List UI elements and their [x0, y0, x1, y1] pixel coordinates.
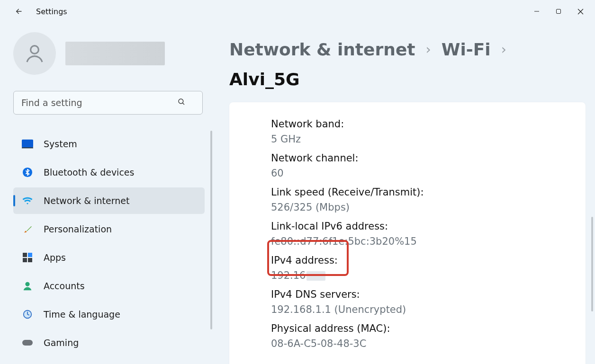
- maximize-button[interactable]: [548, 4, 569, 19]
- chevron-right-icon: ›: [501, 42, 506, 57]
- row-network-band: Network band: 5 GHz: [271, 118, 586, 145]
- breadcrumb: Network & internet › Wi-Fi › Alvi_5G: [229, 40, 586, 89]
- gamepad-icon: [22, 337, 33, 348]
- svg-rect-13: [28, 258, 32, 262]
- svg-rect-11: [28, 253, 32, 257]
- app-title: Settings: [36, 7, 67, 16]
- ipv4-redacted-tail: [307, 271, 325, 281]
- row-ipv6-link-local: Link-local IPv6 address: fe80::d77:6f1e:…: [271, 221, 586, 247]
- sidebar-item-network[interactable]: Network & internet: [13, 187, 205, 214]
- svg-rect-12: [23, 258, 27, 262]
- svg-rect-8: [22, 147, 33, 148]
- value: fe80::d77:6f1e:5bc:3b20%15: [271, 236, 586, 247]
- label: IPv4 DNS servers:: [271, 289, 586, 300]
- sidebar-item-label: Gaming: [44, 337, 79, 348]
- svg-point-14: [25, 282, 29, 286]
- details-panel: Network band: 5 GHz Network channel: 60 …: [229, 102, 586, 364]
- sidebar-item-apps[interactable]: Apps: [13, 244, 205, 271]
- title-bar: Settings: [0, 0, 595, 23]
- sidebar-item-label: Personalization: [44, 224, 112, 234]
- account-name-redacted: [65, 42, 165, 65]
- value: 192.168.1.1 (Unencrypted): [271, 304, 586, 315]
- label: IPv4 address:: [271, 255, 586, 266]
- content-area: Network & internet › Wi-Fi › Alvi_5G Net…: [208, 23, 595, 364]
- sidebar: System Bluetooth & devices Network & int…: [0, 23, 208, 364]
- sidebar-item-personalization[interactable]: Personalization: [13, 216, 205, 242]
- svg-rect-7: [22, 140, 33, 148]
- breadcrumb-seg-wifi[interactable]: Wi-Fi: [442, 40, 491, 59]
- svg-rect-1: [557, 9, 561, 14]
- arrow-left-icon: [13, 7, 23, 16]
- bluetooth-icon: [22, 167, 33, 178]
- back-button[interactable]: [13, 7, 23, 16]
- label: Network band:: [271, 118, 586, 130]
- value: 60: [271, 168, 586, 179]
- label: Physical address (MAC):: [271, 323, 586, 334]
- person-icon: [23, 42, 46, 65]
- sidebar-item-gaming[interactable]: Gaming: [13, 329, 205, 356]
- svg-point-4: [31, 46, 39, 54]
- label: Link-local IPv6 address:: [271, 221, 586, 232]
- sidebar-item-label: Bluetooth & devices: [44, 167, 134, 178]
- row-ipv4-dns: IPv4 DNS servers: 192.168.1.1 (Unencrypt…: [271, 289, 586, 315]
- chevron-right-icon: ›: [426, 42, 431, 57]
- profile-block[interactable]: [13, 32, 197, 75]
- value: 526/325 (Mbps): [271, 202, 586, 213]
- value: 5 GHz: [271, 133, 586, 145]
- svg-rect-16: [22, 340, 33, 346]
- paintbrush-icon: [22, 223, 33, 235]
- row-ipv4-address: IPv4 address: 192.16: [271, 255, 586, 281]
- avatar: [13, 32, 56, 75]
- value: 08-6A-C5-08-48-3C: [271, 338, 586, 349]
- row-mac-address: Physical address (MAC): 08-6A-C5-08-48-3…: [271, 323, 586, 349]
- clock-globe-icon: [22, 309, 33, 320]
- sidebar-item-bluetooth[interactable]: Bluetooth & devices: [13, 159, 205, 186]
- maximize-icon: [556, 9, 561, 14]
- minimize-icon: [534, 9, 540, 14]
- label: Link speed (Receive/Transmit):: [271, 186, 586, 198]
- minimize-button[interactable]: [526, 4, 548, 19]
- sidebar-item-label: Apps: [44, 252, 66, 263]
- breadcrumb-seg-current: Alvi_5G: [229, 70, 300, 89]
- content-scrollbar[interactable]: [591, 217, 593, 311]
- breadcrumb-seg-network[interactable]: Network & internet: [229, 40, 415, 59]
- sidebar-item-label: Time & language: [44, 309, 120, 320]
- close-icon: [577, 9, 584, 15]
- sidebar-item-label: System: [44, 139, 77, 149]
- display-icon: [22, 138, 33, 150]
- sidebar-item-label: Network & internet: [44, 195, 129, 206]
- window-controls: [526, 4, 595, 19]
- sidebar-item-time-language[interactable]: Time & language: [13, 301, 205, 328]
- row-network-channel: Network channel: 60: [271, 152, 586, 179]
- value: 192.16: [271, 270, 586, 281]
- svg-rect-10: [23, 253, 27, 257]
- sidebar-item-system[interactable]: System: [13, 131, 205, 157]
- search-input[interactable]: [13, 91, 203, 115]
- wifi-icon: [22, 195, 33, 206]
- apps-icon: [22, 252, 33, 263]
- label: Network channel:: [271, 152, 586, 164]
- sidebar-item-accounts[interactable]: Accounts: [13, 273, 205, 299]
- account-icon: [22, 280, 33, 292]
- nav-list: System Bluetooth & devices Network & int…: [13, 131, 205, 356]
- sidebar-item-label: Accounts: [44, 281, 85, 291]
- row-link-speed: Link speed (Receive/Transmit): 526/325 (…: [271, 186, 586, 213]
- close-button[interactable]: [569, 4, 591, 19]
